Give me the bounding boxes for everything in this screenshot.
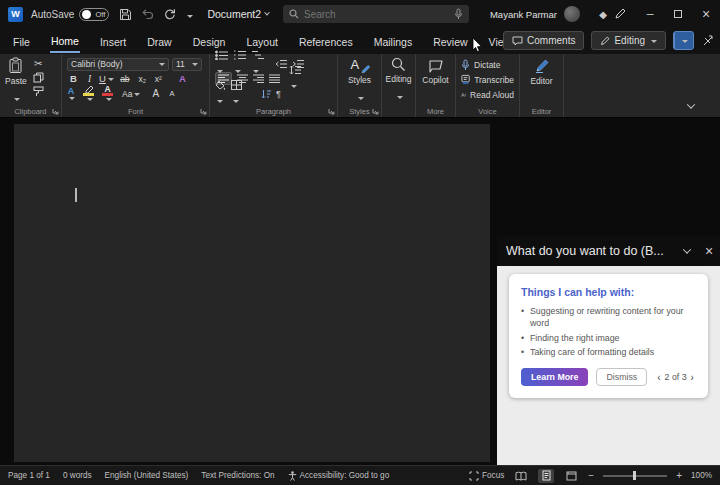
focus-label: Focus [482,471,504,480]
tab-review[interactable]: Review [432,31,468,52]
panel-collapse-button[interactable] [676,248,698,254]
learn-more-button[interactable]: Learn More [521,368,588,386]
text-predictions-indicator[interactable]: Text Predictions: On [201,471,274,480]
justify-button[interactable] [269,74,280,83]
change-case-button[interactable]: Aa [122,89,140,99]
pilcrow-button[interactable]: ¶ [276,89,281,99]
comments-button[interactable]: Comments [503,31,584,50]
word-count[interactable]: 0 words [63,471,92,480]
search-mic-icon[interactable] [454,8,463,20]
zoom-level[interactable]: 100% [691,471,712,480]
tab-file[interactable]: File [12,31,31,52]
line-spacing-button[interactable] [289,65,301,93]
share-dropdown[interactable] [674,32,693,49]
editor-button[interactable]: Editor [525,57,558,86]
decrease-indent-button[interactable] [275,59,287,69]
panel-close-button[interactable]: × [698,243,720,259]
text-effects-button[interactable]: A [176,73,189,84]
next-card-button[interactable]: › [691,372,694,383]
tab-insert[interactable]: Insert [99,31,127,52]
shading-button[interactable] [215,80,226,108]
editor-group-label: Editor [520,107,563,116]
tab-design[interactable]: Design [192,31,227,52]
zoom-slider-thumb[interactable] [633,471,636,480]
accessibility-label: Accessibility: Good to go [300,471,390,480]
editing-mode-button[interactable]: Editing [591,31,666,50]
text-effect-blue-button[interactable]: A [67,87,75,101]
format-painter-icon[interactable] [33,86,44,97]
read-mode-button[interactable] [513,469,529,483]
transcribe-button[interactable]: Transcribe [461,72,514,87]
dictate-label: Dictate [474,60,500,70]
collapse-ribbon-button[interactable] [687,100,695,108]
paragraph-dialog-launcher[interactable] [328,108,335,115]
premium-diamond-icon[interactable]: ◆ [592,9,614,20]
paste-button[interactable]: Paste [5,57,27,106]
help-card-heading: Things I can help with: [521,286,696,298]
page-indicator[interactable]: Page 1 of 1 [8,471,50,480]
subscript-button[interactable]: x₂ [136,74,149,84]
accessibility-status[interactable]: Accessibility: Good to go [288,471,390,481]
tab-draw[interactable]: Draw [146,31,173,52]
font-dialog-launcher[interactable] [200,108,207,115]
tab-references[interactable]: References [298,31,354,52]
font-color-button[interactable]: A [102,85,113,102]
feedback-pen-icon[interactable] [614,8,636,20]
font-name-select[interactable]: Calibri (Body) [67,58,169,71]
user-avatar[interactable] [564,6,580,22]
copy-icon[interactable] [33,72,44,83]
redo-icon[interactable] [163,8,176,21]
clipboard-dialog-launcher[interactable] [52,108,59,115]
print-layout-button[interactable] [538,469,554,483]
dictate-button[interactable]: Dictate [461,57,514,72]
tab-home[interactable]: Home [50,30,80,53]
focus-icon [469,471,479,481]
strikethrough-button[interactable]: ab [117,74,133,84]
focus-button[interactable]: Focus [469,471,504,481]
cut-icon[interactable]: ✂ [34,58,42,69]
dismiss-button[interactable]: Dismiss [596,368,647,386]
copilot-button[interactable]: Copilot [421,57,450,85]
editing-button[interactable]: Editing [387,57,410,104]
customize-qat-dropdown-icon[interactable] [185,5,193,23]
minimize-button[interactable]: – [636,0,664,28]
share-button[interactable]: Share [673,31,694,50]
document-title[interactable]: Document2 [207,8,269,20]
help-bullet: Finding the right image [521,332,696,344]
paste-dropdown-icon[interactable] [12,88,20,106]
copilot-panel: What do you want to do (B... × Things I … [497,236,720,485]
highlight-color-button[interactable] [83,86,94,102]
save-icon[interactable] [119,8,132,21]
ribbon-pin-icon[interactable] [701,34,714,47]
superscript-button[interactable]: x² [152,74,165,84]
underline-button[interactable]: U [99,73,114,84]
search-box[interactable] [283,5,469,23]
sort-icon[interactable] [261,89,271,99]
zoom-out-button[interactable]: − [588,470,594,481]
italic-button[interactable]: I [83,74,96,84]
borders-button[interactable] [231,80,242,108]
shrink-font-button[interactable]: A [165,89,178,98]
autosave-toggle[interactable]: Off [79,8,109,21]
zoom-slider[interactable] [603,471,667,481]
web-layout-button[interactable] [563,469,579,483]
styles-dialog-launcher[interactable] [372,108,379,115]
prev-card-button[interactable]: ‹ [657,372,660,383]
language-indicator[interactable]: English (United States) [105,471,189,480]
read-aloud-button[interactable]: Read Aloud [461,87,514,102]
font-size-select[interactable]: 11 [172,58,202,71]
zoom-in-button[interactable]: + [676,470,682,481]
close-button[interactable]: × [692,0,720,28]
tab-mailings[interactable]: Mailings [373,31,414,52]
search-input[interactable] [304,9,449,20]
styles-button[interactable]: A Styles [343,57,376,105]
bold-button[interactable]: B [67,73,80,84]
maximize-button[interactable] [664,0,692,28]
grow-font-button[interactable]: A [149,88,162,99]
document-page[interactable] [14,124,490,462]
styles-icon: A [351,57,369,73]
font-name-value: Calibri (Body) [71,59,123,69]
undo-icon[interactable] [141,8,154,20]
user-name[interactable]: Mayank Parmar [490,9,557,20]
tab-layout[interactable]: Layout [245,31,279,52]
